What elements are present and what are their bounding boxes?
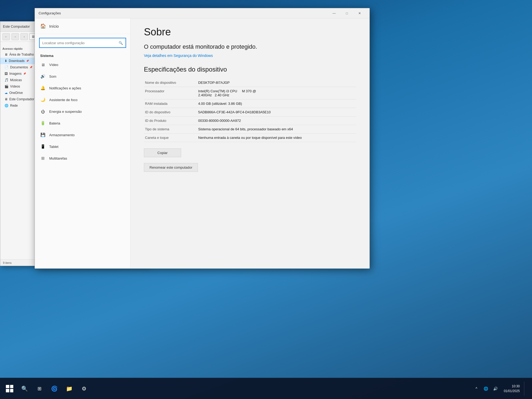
nav-item-energia[interactable]: ⏻ Energia e suspensão [35, 106, 130, 117]
fe-back-btn[interactable]: ← [2, 33, 10, 40]
settings-right-content: Sobre O computador está monitorado e pro… [131, 18, 369, 183]
taskbar-clock[interactable]: 10:30 01/01/2025 [501, 384, 522, 393]
tablet-icon: 📱 [40, 144, 45, 149]
fe-forward-btn[interactable]: → [11, 33, 19, 40]
notificacoes-icon: 🔔 [40, 85, 45, 91]
fe-up-btn[interactable]: ↑ [20, 33, 28, 40]
spec-label-id-dispositivo: ID do dispositivo [144, 108, 197, 116]
nav-label-tablet: Tablet [49, 145, 59, 149]
settings-titlebar: Configurações — □ ✕ [35, 8, 369, 18]
spec-row-nome: Nome do dispositivo DESKTOP-8I7AJGP [144, 78, 356, 87]
nav-label-bateria: Bateria [49, 121, 60, 125]
onedrive-icon: ☁ [5, 91, 8, 95]
spec-row-id-dispositivo: ID do dispositivo 5ADB866A-CF3E-442A-9FC… [144, 108, 356, 116]
spec-row-tipo-sistema: Tipo de sistema Sistema operacional de 6… [144, 125, 356, 133]
spec-value-tipo-sistema: Sistema operacional de 64 bits, processa… [197, 125, 356, 133]
close-button[interactable]: ✕ [354, 8, 366, 18]
fe-item-count: 9 itens [3, 261, 11, 264]
nav-item-som[interactable]: 🔊 Som [35, 70, 130, 82]
settings-right-panel: Sobre O computador está monitorado e pro… [131, 18, 369, 268]
nav-item-video[interactable]: 🖥 Vídeo [35, 59, 130, 70]
settings-search-box[interactable]: 🔍 [39, 38, 126, 48]
spec-value-nome: DESKTOP-8I7AJGP [197, 78, 356, 87]
nav-label-energia: Energia e suspensão [49, 110, 82, 114]
home-label: Início [49, 24, 59, 28]
settings-search-input[interactable] [42, 41, 117, 45]
spec-row-caneta: Caneta e toque Nenhuma entrada à caneta … [144, 133, 356, 142]
spec-label-ram: RAM instalada [144, 99, 197, 108]
nav-label-foco: Assistente de foco [49, 98, 77, 102]
taskbar-tray: ^ 🌐 🔊 10:30 01/01/2025 [470, 382, 529, 396]
taskbar-taskview-icon[interactable]: ⊞ [32, 382, 46, 396]
foco-icon: 🌙 [40, 97, 45, 102]
clock-time: 10:30 [504, 384, 520, 389]
settings-left-panel: 🏠 Início 🔍 Sistema 🖥 Vídeo 🔊 Som 🔔 Notif… [35, 18, 131, 268]
start-button[interactable] [3, 382, 16, 396]
downloads-icon: ⬇ [5, 59, 7, 63]
spec-value-id-produto: 00330-80000-00000-AA972 [197, 116, 356, 125]
settings-title: Configurações [39, 11, 328, 15]
nav-item-armazenamento[interactable]: 💾 Armazenamento [35, 129, 130, 141]
nav-label-notificacoes: Notificações e ações [49, 86, 81, 90]
home-icon: 🏠 [40, 23, 46, 29]
taskbar-search-icon[interactable]: 🔍 [18, 382, 31, 396]
taskbar-settings-icon[interactable]: ⚙ [77, 382, 91, 396]
device-specs-title: Especificações do dispositivo [144, 66, 356, 73]
video-icon: 🎬 [5, 85, 9, 88]
video-icon: 🖥 [40, 62, 45, 67]
taskbar: 🔍 ⊞ 🌀 📁 ⚙ ^ 🌐 🔊 10:30 01/01/2025 [0, 378, 532, 399]
pin-icon-downloads: 📌 [26, 60, 29, 62]
spec-row-processador: Processador Intel(R) Core(TM) i3 CPU M 3… [144, 87, 356, 99]
spec-value-processador: Intel(R) Core(TM) i3 CPU M 370 @2.40GHz … [197, 87, 356, 99]
nav-label-video: Vídeo [49, 63, 58, 67]
spec-row-id-produto: ID do Produto 00330-80000-00000-AA972 [144, 116, 356, 125]
spec-value-ram: 4.00 GB (utilizável: 3.86 GB) [197, 99, 356, 108]
nav-item-foco[interactable]: 🌙 Assistente de foco [35, 94, 130, 106]
nav-item-tablet[interactable]: 📱 Tablet [35, 141, 130, 152]
show-desktop-button[interactable] [524, 382, 527, 396]
security-link[interactable]: Veja detalhes em Segurança do Windows [144, 53, 356, 58]
titlebar-controls: — □ ✕ [328, 8, 366, 18]
nav-label-som: Som [49, 74, 56, 78]
nav-item-multitarefas[interactable]: ⊞ Multitarefas [35, 152, 130, 164]
nav-item-notificacoes[interactable]: 🔔 Notificações e ações [35, 82, 130, 94]
nav-label-multitarefas: Multitarefas [49, 156, 67, 160]
spec-value-caneta: Nenhuma entrada à caneta ou por toque di… [197, 133, 356, 142]
taskbar-explorer-icon[interactable]: 📁 [62, 382, 76, 396]
music-icon: 🎵 [5, 78, 9, 82]
network-icon: 🌐 [5, 104, 9, 107]
copy-button[interactable]: Copiar [144, 148, 181, 157]
tray-volume-icon[interactable]: 🔊 [492, 382, 500, 396]
spec-label-nome: Nome do dispositivo [144, 78, 197, 87]
maximize-button[interactable]: □ [341, 8, 353, 18]
security-status: O computador está monitorado e protegido… [144, 43, 356, 51]
minimize-button[interactable]: — [328, 8, 340, 18]
file-explorer-title: Este Computador [3, 24, 30, 28]
docs-icon: 📄 [5, 65, 9, 69]
spec-value-id-dispositivo: 5ADB866A-CF3E-442A-9FC4-D418DB3A5E10 [197, 108, 356, 116]
desktop-icon: 🖥 [5, 53, 8, 56]
settings-home-button[interactable]: 🏠 Início [35, 18, 130, 34]
nav-item-bateria[interactable]: 🔋 Bateria [35, 117, 130, 129]
spec-label-caneta: Caneta e toque [144, 133, 197, 142]
tray-network-icon[interactable]: 🌐 [482, 382, 490, 396]
som-icon: 🔊 [40, 74, 45, 79]
rename-button[interactable]: Renomear este computador [144, 163, 198, 172]
search-icon: 🔍 [119, 41, 123, 45]
multitarefas-icon: ⊞ [40, 156, 45, 161]
settings-section-label: Sistema [35, 52, 130, 59]
settings-body: 🏠 Início 🔍 Sistema 🖥 Vídeo 🔊 Som 🔔 Notif… [35, 18, 369, 268]
spec-label-id-produto: ID do Produto [144, 116, 197, 125]
energia-icon: ⏻ [40, 109, 45, 114]
spec-label-tipo-sistema: Tipo de sistema [144, 125, 197, 133]
page-title: Sobre [144, 26, 356, 38]
windows-logo-icon [6, 385, 13, 392]
bateria-icon: 🔋 [40, 120, 45, 126]
clock-date: 01/01/2025 [504, 389, 520, 393]
tray-chevron[interactable]: ^ [472, 382, 480, 396]
pin-icon-images: 📌 [23, 72, 26, 75]
images-icon: 🖼 [5, 72, 8, 76]
armazenamento-icon: 💾 [40, 132, 45, 138]
taskbar-edge-icon[interactable]: 🌀 [47, 382, 61, 396]
settings-window: Configurações — □ ✕ 🏠 Início 🔍 Sistema 🖥… [35, 8, 370, 269]
